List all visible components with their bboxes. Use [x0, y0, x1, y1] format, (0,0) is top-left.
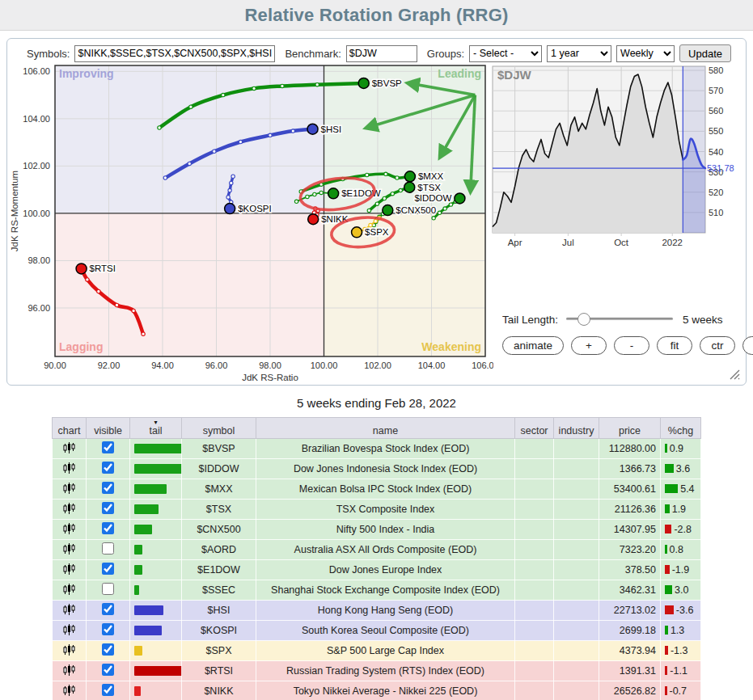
column-header-industry[interactable]: industry — [554, 418, 599, 439]
candlestick-chart-icon[interactable] — [63, 542, 75, 555]
chart-link-cell[interactable] — [53, 681, 87, 700]
price-cell: 1391.31 — [599, 661, 661, 681]
rrg-button-max[interactable]: max — [742, 336, 753, 355]
rrg-dot-$KOSPI[interactable] — [225, 204, 235, 214]
tail-color-cell — [130, 459, 182, 479]
price-cell: 2699.18 — [599, 621, 661, 641]
loss-bar-icon — [665, 605, 674, 614]
visible-checkbox[interactable] — [102, 482, 114, 494]
chart-link-cell[interactable] — [53, 661, 87, 681]
visible-checkbox[interactable] — [102, 563, 114, 575]
chart-link-cell[interactable] — [53, 560, 87, 580]
frequency-select[interactable]: Weekly — [616, 45, 675, 62]
visible-checkbox[interactable] — [102, 583, 114, 595]
visible-checkbox[interactable] — [102, 603, 114, 615]
candlestick-chart-icon[interactable] — [63, 684, 75, 697]
rrg-dot-$E1DOW[interactable] — [328, 188, 339, 199]
tail-swatch — [134, 504, 159, 514]
chart-link-cell[interactable] — [53, 479, 87, 500]
column-header-visible[interactable]: visible — [87, 418, 130, 439]
date-caption: 5 weeks ending Feb 28, 2022 — [0, 396, 753, 410]
column-header-symbol[interactable]: symbol — [182, 418, 256, 439]
svg-text:98.00: 98.00 — [27, 255, 50, 265]
rrg-dot-$TSX[interactable] — [404, 182, 415, 192]
column-header-name[interactable]: name — [256, 418, 515, 439]
column-header-sector[interactable]: sector — [515, 418, 554, 439]
chart-link-cell[interactable] — [53, 641, 87, 661]
candlestick-chart-icon[interactable] — [63, 502, 75, 515]
visible-checkbox[interactable] — [102, 664, 114, 676]
candlestick-chart-icon[interactable] — [63, 462, 75, 474]
visible-checkbox[interactable] — [102, 684, 114, 696]
tail-swatch — [134, 686, 141, 696]
rrg-button-fit[interactable]: fit — [657, 336, 692, 355]
rrg-button-animate[interactable]: animate — [502, 336, 564, 355]
visible-checkbox[interactable] — [102, 462, 114, 474]
visible-checkbox[interactable] — [102, 643, 114, 656]
column-header-pctchg[interactable]: %chg — [661, 418, 701, 439]
name-cell: Dow Jones Europe Index — [256, 560, 515, 580]
chart-link-cell[interactable] — [53, 459, 87, 479]
candlestick-chart-icon[interactable] — [63, 522, 75, 535]
column-header-tail[interactable]: ▾tail — [130, 418, 182, 439]
svg-text:94.00: 94.00 — [151, 361, 174, 370]
pct-change-cell: 1.3 — [661, 621, 701, 641]
resize-handle-icon[interactable] — [728, 368, 740, 380]
name-cell: Brazilian Bovespa Stock Index (EOD) — [256, 439, 515, 459]
rrg-dot-$NIKK[interactable] — [308, 214, 319, 225]
svg-text:96.00: 96.00 — [27, 303, 50, 313]
tail-swatch — [134, 525, 152, 534]
visible-cell — [87, 621, 130, 641]
visible-checkbox[interactable] — [102, 522, 114, 534]
candlestick-chart-icon[interactable] — [63, 603, 75, 616]
chart-link-cell[interactable] — [53, 601, 87, 621]
visible-checkbox[interactable] — [102, 441, 114, 453]
groups-select[interactable]: - Select - — [469, 45, 542, 62]
period-select[interactable]: 1 year — [547, 45, 611, 62]
rrg-button-minus[interactable]: - — [614, 336, 649, 355]
candlestick-chart-icon[interactable] — [63, 664, 75, 677]
candlestick-chart-icon[interactable] — [63, 623, 75, 636]
rrg-dot-$RTSI[interactable] — [76, 264, 87, 274]
quadrant-label-lagging: Lagging — [59, 340, 103, 353]
visible-checkbox[interactable] — [102, 542, 114, 555]
slider-knob[interactable] — [577, 313, 590, 326]
symbols-input[interactable] — [74, 45, 275, 62]
chart-link-cell[interactable] — [53, 580, 87, 601]
rrg-dot-$SPX[interactable] — [352, 227, 362, 238]
rrg-button-plus[interactable]: + — [571, 336, 607, 355]
candlestick-chart-icon[interactable] — [63, 441, 75, 454]
symbol-cell: $NIKK — [182, 681, 256, 700]
tail-swatch — [134, 565, 142, 575]
candlestick-chart-icon[interactable] — [63, 583, 75, 596]
industry-cell — [554, 459, 599, 479]
column-header-price[interactable]: price — [599, 418, 661, 439]
benchmark-mini-chart[interactable]: 510520530540550560570580531.78AprJulOct2… — [491, 63, 740, 251]
rrg-dot-$IDDOW[interactable] — [455, 193, 465, 204]
rrg-dot-$CNX500[interactable] — [383, 205, 393, 216]
rrg-dot-$MXX[interactable] — [404, 171, 415, 182]
tail-color-cell — [130, 500, 182, 520]
candlestick-chart-icon[interactable] — [63, 563, 75, 576]
column-header-chart[interactable]: chart — [53, 418, 87, 439]
chart-link-cell[interactable] — [53, 439, 87, 459]
visible-checkbox[interactable] — [102, 623, 114, 635]
rrg-dot-$BVSP[interactable] — [358, 78, 369, 88]
chart-link-cell[interactable] — [53, 621, 87, 641]
update-button[interactable]: Update — [679, 44, 731, 62]
svg-text:104.00: 104.00 — [23, 114, 50, 124]
rrg-button-ctr[interactable]: ctr — [700, 336, 735, 355]
chart-link-cell[interactable] — [53, 500, 87, 520]
chart-link-cell[interactable] — [53, 520, 87, 540]
candlestick-chart-icon[interactable] — [63, 643, 75, 656]
candlestick-chart-icon[interactable] — [63, 482, 75, 495]
rrg-chart[interactable]: $BVSP$HSI$KOSPI$MXX$TSX$E1DOW$IDDOW$CNX5… — [8, 61, 493, 385]
chart-link-cell[interactable] — [53, 540, 87, 560]
sector-cell — [515, 681, 554, 700]
tail-length-slider[interactable] — [566, 312, 673, 327]
rrg-dot-$HSI[interactable] — [307, 124, 318, 134]
sector-cell — [515, 641, 554, 661]
tail-swatch — [134, 585, 139, 595]
visible-checkbox[interactable] — [102, 502, 114, 514]
benchmark-input[interactable] — [346, 45, 417, 62]
